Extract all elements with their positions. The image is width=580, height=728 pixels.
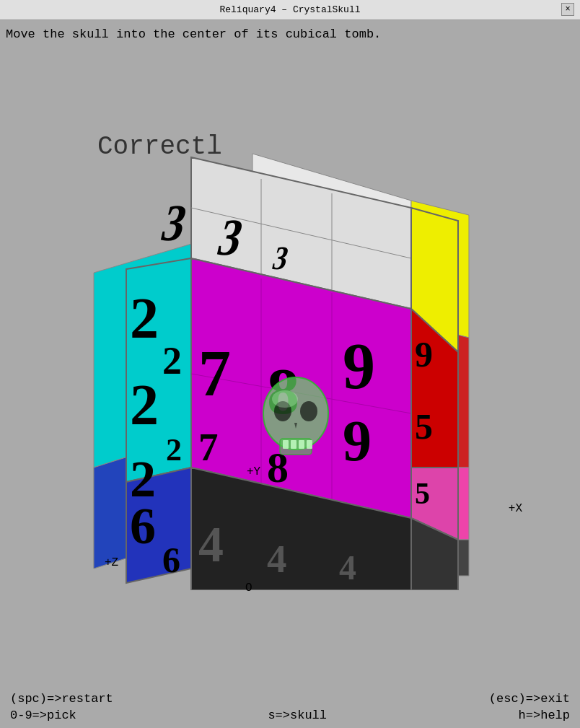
svg-text:9: 9 xyxy=(415,334,433,374)
svg-text:3: 3 xyxy=(156,194,193,252)
axis-z-label: +Z xyxy=(105,556,118,569)
svg-text:4: 4 xyxy=(339,548,356,587)
skull-hint: s=>skull xyxy=(268,709,327,722)
svg-rect-55 xyxy=(283,440,289,449)
svg-text:6: 6 xyxy=(162,540,180,580)
axis-x-label: +X xyxy=(509,502,522,515)
svg-text:2: 2 xyxy=(130,373,159,437)
svg-rect-56 xyxy=(291,440,296,449)
svg-text:6: 6 xyxy=(130,497,156,555)
axis-o-label: O xyxy=(245,582,252,595)
pick-hint: 0-9=>pick xyxy=(10,709,76,722)
svg-text:5: 5 xyxy=(415,406,433,447)
svg-text:2: 2 xyxy=(130,286,159,350)
svg-text:5: 5 xyxy=(415,477,430,510)
status-row-2: 0-9=>pick s=>skull h=>help xyxy=(0,707,580,724)
status-bar: (spc)=>restart (esc)=>exit 0-9=>pick s=>… xyxy=(0,677,580,728)
instruction-text: Move the skull into the center of its cu… xyxy=(6,27,381,41)
svg-text:+Y: +Y xyxy=(247,465,261,478)
svg-rect-57 xyxy=(299,440,304,449)
svg-text:7: 7 xyxy=(198,338,231,409)
svg-text:4: 4 xyxy=(198,517,224,572)
status-row-1: (spc)=>restart (esc)=>exit xyxy=(0,690,580,707)
svg-text:2: 2 xyxy=(166,432,182,468)
cube-container: .face-num { font-family: 'Times New Roma… xyxy=(58,114,491,590)
svg-point-53 xyxy=(300,401,317,421)
svg-rect-58 xyxy=(307,440,312,449)
svg-text:9: 9 xyxy=(343,409,372,473)
restart-hint: (spc)=>restart xyxy=(10,692,113,706)
exit-hint: (esc)=>exit xyxy=(489,692,570,706)
svg-point-59 xyxy=(272,390,298,408)
svg-text:2: 2 xyxy=(162,339,182,382)
help-hint: h=>help xyxy=(519,709,570,722)
title-bar: Reliquary4 – CrystalSkull × xyxy=(0,0,580,20)
window-title: Reliquary4 – CrystalSkull xyxy=(219,4,360,15)
cube-svg: .face-num { font-family: 'Times New Roma… xyxy=(58,114,491,590)
svg-text:4: 4 xyxy=(267,537,287,581)
close-button[interactable]: × xyxy=(561,3,574,16)
game-area: Move the skull into the center of its cu… xyxy=(0,20,580,728)
svg-text:7: 7 xyxy=(198,425,219,469)
svg-text:9: 9 xyxy=(343,330,375,402)
